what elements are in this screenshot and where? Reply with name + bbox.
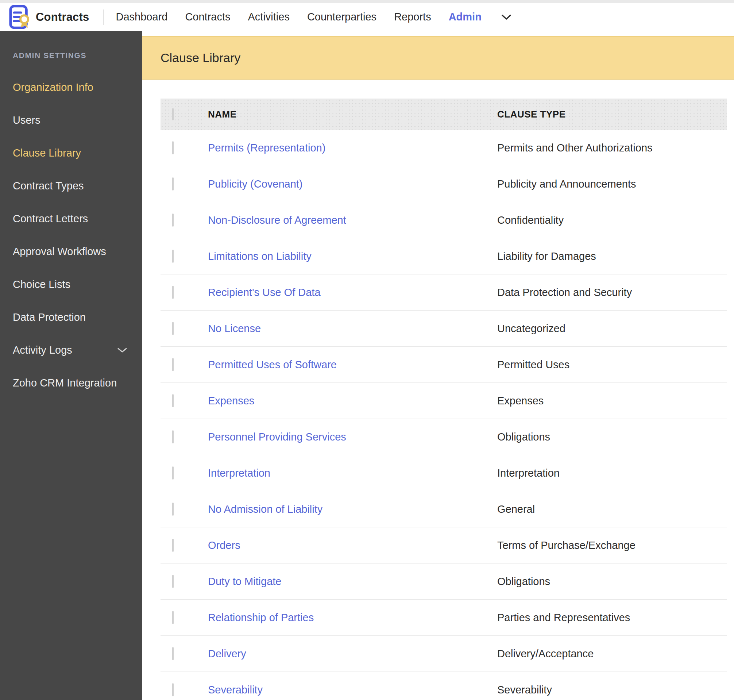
clause-name-link[interactable]: Recipient's Use Of Data: [208, 287, 497, 299]
clause-name-link[interactable]: Publicity (Covenant): [208, 178, 497, 190]
sidebar-item-clause-library[interactable]: Clause Library: [0, 137, 142, 169]
sidebar-item-data-protection[interactable]: Data Protection: [0, 301, 142, 334]
table-row: Interpretation Interpretation: [160, 455, 727, 491]
app-brand[interactable]: Contracts: [8, 4, 90, 30]
chevron-down-icon: [502, 14, 511, 20]
nav-item-label: Contracts: [185, 11, 230, 23]
nav-more-chevron[interactable]: [502, 14, 511, 20]
table-row: Limitations on Liability Liability for D…: [160, 238, 727, 275]
clause-type-cell: Permitted Uses: [497, 359, 727, 371]
clause-type-cell: Delivery/Acceptance: [497, 648, 727, 660]
clause-name-link[interactable]: No Admission of Liability: [208, 503, 497, 515]
row-checkbox[interactable]: [172, 177, 174, 191]
nav-item-label: Dashboard: [116, 11, 168, 23]
sidebar-item-choice-lists[interactable]: Choice Lists: [0, 268, 142, 301]
table-row: Relationship of Parties Parties and Repr…: [160, 600, 727, 636]
clause-type-cell: Permits and Other Authorizations: [497, 142, 727, 154]
table-row: Non-Disclosure of Agreement Confidential…: [160, 202, 727, 238]
row-checkbox[interactable]: [172, 213, 174, 226]
row-checkbox[interactable]: [172, 575, 174, 588]
row-checkbox[interactable]: [172, 539, 174, 552]
sidebar-item-label: Data Protection: [13, 311, 86, 324]
clause-name-link[interactable]: Permits (Representation): [208, 142, 497, 154]
row-checkbox[interactable]: [172, 141, 174, 154]
table-row: Recipient's Use Of Data Data Protection …: [160, 275, 727, 310]
table-header-row: NAME CLAUSE TYPE: [160, 99, 727, 130]
clause-type-cell: Terms of Purchase/Exchange: [497, 540, 727, 551]
clause-name-link[interactable]: Interpretation: [208, 467, 497, 479]
clause-name-link[interactable]: No License: [208, 323, 497, 335]
row-checkbox[interactable]: [172, 430, 174, 443]
sidebar-item-activity-logs[interactable]: Activity Logs: [0, 334, 142, 366]
table-row: Permitted Uses of Software Permitted Use…: [160, 347, 727, 383]
app-screen: Contracts Dashboard Contracts Activities…: [0, 0, 734, 700]
clause-name-link[interactable]: Delivery: [208, 648, 497, 660]
clause-type-cell: Data Protection and Security: [497, 287, 727, 299]
clause-table: NAME CLAUSE TYPE Permits (Representation…: [160, 99, 727, 700]
table-row: Expenses Expenses: [160, 383, 727, 419]
nav-item-label: Activities: [248, 11, 289, 23]
clause-type-cell: Obligations: [497, 575, 727, 588]
row-checkbox[interactable]: [172, 466, 174, 479]
nav-item-dashboard[interactable]: Dashboard: [116, 11, 168, 23]
sidebar-item-label: Zoho CRM Integration: [13, 377, 117, 389]
sidebar-item-zoho-crm-integration[interactable]: Zoho CRM Integration: [0, 366, 142, 399]
clause-type-cell: Expenses: [497, 395, 727, 407]
nav-item-reports[interactable]: Reports: [394, 11, 431, 23]
nav-item-activities[interactable]: Activities: [248, 11, 289, 23]
clause-type-cell: Obligations: [497, 431, 727, 443]
sidebar-item-contract-letters[interactable]: Contract Letters: [0, 202, 142, 235]
clause-type-cell: Parties and Representatives: [497, 612, 727, 624]
clause-type-cell: Severability: [497, 684, 727, 696]
clause-type-cell: Interpretation: [497, 467, 727, 479]
nav-item-counterparties[interactable]: Counterparties: [307, 11, 376, 23]
row-checkbox[interactable]: [172, 358, 174, 371]
sidebar-item-label: Clause Library: [13, 147, 81, 159]
clause-name-link[interactable]: Expenses: [208, 395, 497, 407]
row-checkbox[interactable]: [172, 286, 174, 299]
nav-item-contracts[interactable]: Contracts: [185, 11, 230, 23]
row-checkbox[interactable]: [172, 503, 174, 516]
clause-type-cell: General: [497, 503, 727, 515]
table-row: No License Uncategorized: [160, 310, 727, 347]
clause-name-link[interactable]: Non-Disclosure of Agreement: [208, 214, 497, 226]
row-checkbox[interactable]: [172, 611, 174, 624]
row-checkbox[interactable]: [172, 250, 174, 263]
sidebar-item-label: Contract Letters: [13, 213, 88, 225]
row-checkbox[interactable]: [172, 647, 174, 660]
app-brand-label: Contracts: [36, 10, 90, 24]
clause-type-cell: Publicity and Announcements: [497, 178, 727, 190]
clause-type-cell: Confidentiality: [497, 214, 727, 226]
table-row: Delivery Delivery/Acceptance: [160, 636, 727, 672]
clause-name-link[interactable]: Limitations on Liability: [208, 250, 497, 262]
row-checkbox[interactable]: [172, 394, 174, 407]
table-row: Orders Terms of Purchase/Exchange: [160, 527, 727, 563]
sidebar-item-organization-info[interactable]: Organization Info: [0, 71, 142, 104]
sidebar-item-approval-workflows[interactable]: Approval Workflows: [0, 235, 142, 268]
clause-name-link[interactable]: Relationship of Parties: [208, 612, 497, 624]
table-row: Duty to Mitigate Obligations: [160, 563, 727, 600]
clause-name-link[interactable]: Severability: [208, 684, 497, 696]
select-all-checkbox[interactable]: [172, 108, 174, 121]
sidebar-item-contract-types[interactable]: Contract Types: [0, 169, 142, 202]
table-body: Permits (Representation) Permits and Oth…: [160, 130, 727, 700]
clause-name-link[interactable]: Personnel Providing Services: [208, 431, 497, 443]
page-header-banner: Clause Library: [142, 36, 734, 79]
clause-name-link[interactable]: Permitted Uses of Software: [208, 359, 497, 371]
table-row: No Admission of Liability General: [160, 491, 727, 527]
nav-item-label: Reports: [394, 11, 431, 23]
row-checkbox[interactable]: [172, 322, 174, 335]
clause-name-link[interactable]: Orders: [208, 540, 497, 551]
table-row: Permits (Representation) Permits and Oth…: [160, 130, 727, 166]
table-row: Severability Severability: [160, 672, 727, 700]
clause-name-link[interactable]: Duty to Mitigate: [208, 575, 497, 588]
sidebar-item-users[interactable]: Users: [0, 104, 142, 137]
sidebar-heading: ADMIN SETTINGS: [13, 51, 142, 60]
sidebar-item-label: Approval Workflows: [13, 246, 106, 258]
nav-item-admin[interactable]: Admin: [449, 11, 482, 23]
nav-items: Dashboard Contracts Activities Counterpa…: [116, 11, 482, 23]
contracts-logo-icon: [8, 4, 31, 30]
page-title: Clause Library: [160, 51, 241, 65]
row-checkbox[interactable]: [172, 683, 174, 696]
sidebar-item-label: Contract Types: [13, 180, 84, 192]
